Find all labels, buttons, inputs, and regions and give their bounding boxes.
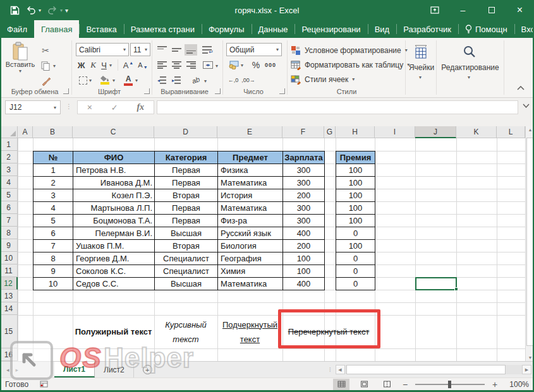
tab-рецензировани[interactable]: Рецензировани	[294, 20, 367, 38]
cell-subject[interactable]: Математика	[217, 176, 283, 189]
tab-вход[interactable]: Вход	[514, 20, 534, 38]
zoom-in-button[interactable]: +	[491, 379, 499, 389]
row-header-11[interactable]: 11	[0, 264, 18, 277]
align-middle-icon[interactable]	[170, 44, 183, 56]
font-color-dropdown-icon[interactable]: ▾	[135, 78, 138, 83]
scroll-up-icon[interactable]: ▲	[526, 128, 534, 132]
cell-salary[interactable]: 300	[282, 163, 325, 177]
cell-salary[interactable]: 200	[282, 189, 325, 202]
underline-button[interactable]: Ч	[99, 59, 109, 71]
table-header-premium[interactable]: Премия	[336, 151, 375, 164]
wrap-text-icon[interactable]: ↵	[201, 44, 215, 56]
column-header-J[interactable]: J	[415, 126, 456, 138]
hscroll-resize-handle[interactable]: ⁞	[329, 367, 332, 373]
paste-button[interactable]: Вставить ▾	[5, 42, 35, 74]
name-box[interactable]: J12▾	[5, 100, 61, 114]
column-header-L[interactable]: L	[497, 126, 525, 138]
font-size-select[interactable]: 11▾	[130, 43, 150, 56]
row-header-6[interactable]: 6	[0, 201, 18, 214]
cell-salary[interactable]: 100	[282, 264, 325, 278]
row-header-3[interactable]: 3	[0, 163, 18, 176]
cell-num[interactable]: 5	[33, 214, 73, 227]
merge-center-icon[interactable]: ◂▸	[201, 59, 215, 71]
cells-button[interactable]: Ячейки	[407, 63, 436, 72]
cells-icon[interactable]	[411, 43, 430, 61]
column-header-I[interactable]: I	[375, 126, 415, 138]
macro-record-icon[interactable]	[40, 381, 48, 388]
formula-bar-resize-handle[interactable]: ⋮	[66, 103, 71, 110]
cell-premium[interactable]: 0	[336, 252, 375, 265]
name-box-dropdown-icon[interactable]: ▾	[54, 105, 56, 110]
cell-salary[interactable]: 300	[282, 214, 325, 227]
tab-вставка[interactable]: Вставка	[79, 20, 123, 38]
zoom-slider[interactable]	[415, 384, 485, 385]
horizontal-scrollbar-thumb[interactable]	[346, 365, 506, 374]
alignment-dialog-launcher-icon[interactable]	[215, 88, 221, 94]
bold-button[interactable]: Ж	[76, 59, 87, 71]
cell-category[interactable]: Первая	[154, 163, 218, 177]
increase-decimal-icon[interactable]: ←,0	[226, 74, 240, 86]
column-header-G[interactable]: G	[324, 126, 336, 138]
decrease-decimal-icon[interactable]: ,00→	[241, 74, 255, 86]
ribbon-display-options-icon[interactable]	[420, 0, 449, 20]
row-header-1[interactable]: 1	[0, 138, 18, 151]
format-painter-button[interactable]	[39, 74, 52, 87]
row-header-2[interactable]: 2	[0, 151, 18, 163]
fill-color-dropdown-icon[interactable]: ▾	[112, 78, 115, 83]
select-all-corner[interactable]	[0, 126, 18, 138]
row-header-8[interactable]: 8	[0, 227, 18, 239]
horizontal-scrollbar[interactable]: ⁞ ◀ ▶	[329, 364, 531, 375]
cell-category[interactable]: Первая	[154, 201, 218, 215]
align-top-icon[interactable]	[155, 44, 168, 56]
font-color-icon[interactable]: А	[123, 74, 134, 86]
cell-category[interactable]: Вторая	[154, 239, 218, 252]
cell-subject[interactable]: География	[217, 252, 283, 265]
comma-style-button[interactable]: 000	[263, 59, 278, 71]
cell-num[interactable]: 10	[33, 277, 73, 290]
align-left-icon[interactable]	[155, 59, 168, 71]
cell-strike-sample[interactable]: Перечеркнутый текст	[282, 315, 375, 348]
cell-subject[interactable]: Химия	[217, 264, 283, 278]
copy-dropdown-icon[interactable]: ▾	[53, 63, 56, 69]
cell-num[interactable]: 9	[33, 264, 73, 278]
column-header-A[interactable]: A	[18, 126, 33, 138]
borders-dropdown-icon[interactable]: ▾	[89, 78, 92, 83]
clipboard-dialog-launcher-icon[interactable]	[63, 88, 69, 94]
cell-num[interactable]: 8	[33, 252, 73, 265]
row-header-14[interactable]: 14	[0, 302, 18, 315]
cell-fio[interactable]: Соколов К.С.	[73, 264, 155, 278]
table-header-Категория[interactable]: Категория	[154, 151, 218, 164]
zoom-level[interactable]: 100%	[505, 380, 529, 389]
editing-button[interactable]: Редактирование	[437, 63, 503, 72]
fill-color-icon[interactable]	[99, 74, 111, 86]
cell-fio[interactable]: Боцмонова Т.А.	[73, 214, 155, 227]
number-format-select[interactable]: Общий▾	[226, 43, 282, 56]
align-center-icon[interactable]	[170, 59, 183, 71]
orientation-dropdown-icon[interactable]: ▾	[204, 78, 207, 84]
cell-bold-sample[interactable]: Полужирный текст	[73, 315, 154, 348]
expand-formula-bar-icon[interactable]	[523, 104, 530, 108]
cell-premium[interactable]: 0	[336, 227, 375, 240]
cut-button[interactable]: ✂	[39, 44, 52, 57]
cell-premium[interactable]: 100	[336, 201, 375, 215]
zoom-slider-thumb[interactable]	[448, 381, 451, 388]
table-header-ФИО[interactable]: ФИО	[73, 151, 155, 164]
cell-subject[interactable]: История	[217, 189, 283, 202]
cell-fio[interactable]: Седов С.С.	[73, 277, 155, 290]
cell-num[interactable]: 6	[33, 227, 73, 240]
row-header-4[interactable]: 4	[0, 176, 18, 189]
maximize-icon[interactable]	[477, 0, 506, 20]
cell-salary[interactable]: 300	[282, 176, 325, 189]
scroll-right-icon[interactable]: ▶	[522, 365, 531, 374]
cell-category[interactable]: Первая	[154, 176, 218, 189]
copy-button[interactable]	[39, 59, 52, 72]
vertical-scrollbar-thumb[interactable]	[526, 138, 533, 346]
cell-subject[interactable]: Математика	[217, 277, 283, 290]
conditional-formatting-button[interactable]: Условное форматирование▾	[291, 44, 408, 57]
cell-fio[interactable]: Георгиев Д.М.	[73, 252, 155, 265]
cell-fio[interactable]: Иванова Д.М.	[73, 176, 155, 189]
align-right-icon[interactable]	[185, 59, 197, 71]
sheet-scroll-left-icon[interactable]: ◂	[6, 367, 9, 373]
column-header-F[interactable]: F	[282, 126, 324, 138]
decrease-indent-icon[interactable]: ◂	[155, 74, 168, 86]
